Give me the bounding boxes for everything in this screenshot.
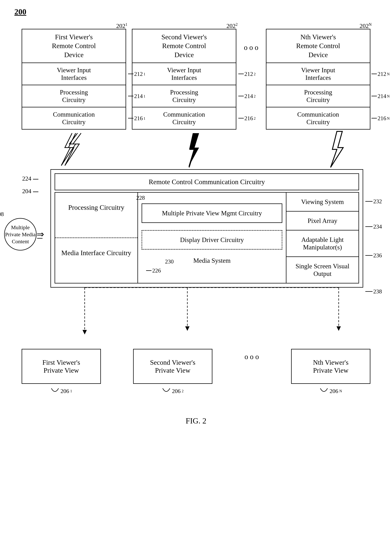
device-1-processing: ProcessingCircuitry 2141 — [22, 85, 126, 107]
ref-216-N: 216N — [371, 115, 390, 122]
svg-marker-0 — [188, 133, 199, 167]
ref-230: 230 — [165, 258, 174, 265]
ssvo-box: Single Screen Visual Output — [286, 257, 359, 283]
viewing-box: Viewing System — [286, 193, 359, 212]
mpvm-box: Multiple Private View Mgmt Circuitry — [142, 203, 282, 223]
rcc-box: Remote Control Communication Circuitry — [55, 173, 359, 190]
media-label: Media Interface Circuitry — [61, 249, 131, 257]
fig-caption: FIG. 2 — [14, 416, 378, 425]
ssvo-label: Single Screen Visual Output — [295, 262, 349, 277]
processing-label: Processing Circuitry — [68, 204, 124, 211]
svg-marker-1 — [331, 131, 343, 167]
middle-panel: 228 Multiple Private View Mgmt Circuitry… — [138, 193, 286, 283]
pixel-box: Pixel Array — [286, 212, 359, 230]
right-panel: 232 Viewing System 234 Pixel Array 236 A… — [286, 193, 359, 283]
device-2-title: Second Viewer'sRemote ControlDevice — [132, 29, 236, 63]
figure-label: 200 — [14, 7, 26, 16]
lightning-area — [22, 130, 370, 169]
processing-box: Processing Circuitry — [55, 193, 137, 238]
remote-devices-row: 2021 First Viewer'sRemote ControlDevice … — [14, 29, 378, 130]
page: 200 2021 First Viewer'sRemote ControlDev… — [0, 0, 392, 537]
ref-236: 236 — [365, 252, 382, 259]
device-2-processing: ProcessingCircuitry 2142 — [132, 85, 236, 107]
ref-202-2: 2022 — [226, 22, 238, 29]
device-2-viewer-input: Viewer InputInterfaces 2122 — [132, 63, 236, 85]
remote-device-N: 202N Nth Viewer'sRemote ControlDevice Vi… — [266, 29, 370, 130]
device-N-comm: CommunicationCircuitry 216N — [266, 107, 370, 129]
rcc-label: Remote Control Communication Circuitry — [149, 178, 265, 186]
remote-device-2: 2022 Second Viewer'sRemote ControlDevice… — [132, 29, 236, 130]
ref-208: 208 — [0, 211, 4, 218]
device-N-title: Nth Viewer'sRemote ControlDevice — [266, 29, 370, 63]
device-N-processing: ProcessingCircuitry 214N — [266, 85, 370, 107]
ddc-label: Display Driver Circuitry — [180, 236, 244, 243]
svg-marker-7 — [336, 326, 341, 331]
ref-214-N: 214N — [371, 93, 390, 99]
viewing-label: Viewing System — [301, 198, 344, 205]
ref-232: 232 — [365, 198, 382, 205]
alm-box: Adaptable Light Manipulator(s) — [286, 230, 359, 257]
pixel-label: Pixel Array — [308, 217, 337, 224]
ref-206-1: 2061 — [51, 388, 72, 395]
private-view-1: First Viewer'sPrivate View — [22, 349, 101, 384]
ref-216-2: 2162 — [238, 115, 256, 122]
ref-212-N: 212N — [371, 71, 390, 77]
svg-marker-5 — [185, 326, 190, 331]
remote-device-1: 2021 First Viewer'sRemote ControlDevice … — [22, 29, 126, 130]
svg-marker-3 — [83, 330, 87, 334]
device-1-comm: CommunicationCircuitry 2161 — [22, 107, 126, 129]
ref-214-2: 2142 — [238, 93, 256, 99]
ref-206-N: 206N — [319, 388, 342, 395]
device-N-viewer-input: Viewer InputInterfaces 212N — [266, 63, 370, 85]
mpvm-label: Multiple Private View Mgmt Circuitry — [162, 210, 262, 217]
ref-204: 204 — [22, 188, 38, 195]
device-1-viewer-input: Viewer InputInterfaces 2121 — [22, 63, 126, 85]
private-views-row: First Viewer'sPrivate View 2061 Second V… — [14, 349, 378, 395]
inner-system: 222 Processing Circuitry Media Interface… — [55, 192, 359, 284]
dashed-lines-svg — [22, 288, 370, 334]
media-system-label: Media System — [138, 253, 286, 268]
ellipsis-private-views: o o o — [244, 349, 259, 361]
ref-206-2: 2062 — [162, 388, 183, 395]
mpmc-label: Multiple Private Media Content — [5, 224, 36, 245]
ref-234: 234 — [365, 223, 382, 230]
main-system: 224 204 Remote Control Communication Cir… — [51, 169, 363, 288]
left-panel: Processing Circuitry Media Interface Cir… — [55, 193, 138, 283]
ref-202-1: 2021 — [116, 22, 127, 29]
mpmc-arrow: ⇒ — [37, 229, 44, 239]
ref-212-2: 2122 — [238, 71, 256, 77]
media-box: Media Interface Circuitry — [55, 238, 137, 283]
private-view-N: Nth Viewer'sPrivate View — [291, 349, 370, 384]
mpmc-circle: Multiple Private Media Content — [4, 218, 37, 251]
ellipsis-between-devices: o o o — [242, 29, 260, 52]
ddc-box: Display Driver Circuitry — [142, 230, 282, 250]
private-view-2: Second Viewer'sPrivate View — [133, 349, 212, 384]
lightning-svg — [22, 130, 370, 169]
device-1-title: First Viewer'sRemote ControlDevice — [22, 29, 126, 63]
ref-224: 224 — [22, 175, 38, 182]
ref-202-N: 202N — [359, 22, 372, 29]
ref-228: 228 — [136, 194, 145, 201]
alm-label: Adaptable Light Manipulator(s) — [301, 236, 344, 251]
dashed-lines-area — [22, 288, 370, 334]
device-2-comm: CommunicationCircuitry 2162 — [132, 107, 236, 129]
